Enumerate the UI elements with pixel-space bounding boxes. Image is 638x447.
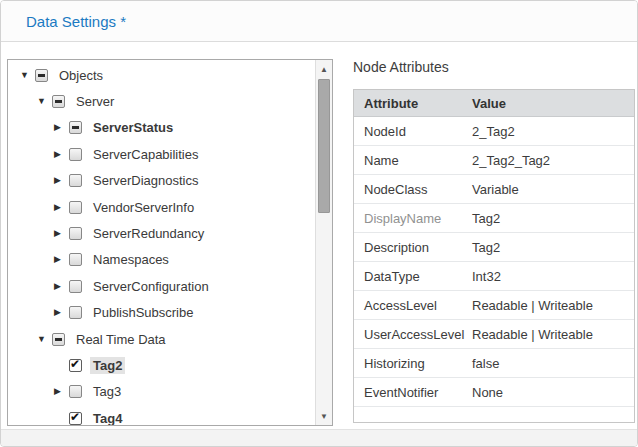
expander-icon[interactable]: ▶ <box>54 387 69 396</box>
tree-item-label: ServerCapabilities <box>90 146 202 163</box>
value-cell: 2_Tag2 <box>472 124 634 139</box>
value-cell: Readable | Writeable <box>472 327 634 342</box>
dialog-title: Data Settings * <box>26 13 126 30</box>
table-row[interactable]: Name 2_Tag2_Tag2 <box>354 146 634 175</box>
tree-checkbox[interactable] <box>69 174 82 187</box>
tree-checkbox[interactable] <box>69 253 82 266</box>
attribute-cell: Description <box>354 240 472 255</box>
attribute-cell: Name <box>354 153 472 168</box>
expander-icon[interactable]: ▶ <box>54 176 69 185</box>
tree-checkbox[interactable] <box>35 69 48 82</box>
tree-item[interactable]: ▶ ServerRedundancy <box>8 220 315 246</box>
tree-item-label: Real Time Data <box>73 331 169 348</box>
expander-icon[interactable]: ▶ <box>54 203 69 212</box>
dialog-titlebar: Data Settings * <box>1 1 637 42</box>
scroll-down-button[interactable]: ▼ <box>316 408 332 424</box>
dialog-footer <box>1 429 637 446</box>
tree-checkbox[interactable] <box>52 95 65 108</box>
tree-item[interactable]: ▶ Tag3 <box>8 379 315 405</box>
tree-checkbox[interactable] <box>69 280 82 293</box>
table-row[interactable]: NodeId 2_Tag2 <box>354 117 634 146</box>
table-header-row: Attribute Value <box>354 90 634 117</box>
attribute-cell: UserAccessLevel <box>354 327 472 342</box>
table-row[interactable]: DisplayName Tag2 <box>354 204 634 233</box>
object-tree-panel: ▼ Objects ▼ Server ▶ ServerStatus ▶ Serv… <box>7 59 333 426</box>
tree-item[interactable]: ▶ ServerCapabilities <box>8 141 315 167</box>
tree-item-label: ServerDiagnostics <box>90 172 202 189</box>
attribute-cell: EventNotifier <box>354 385 472 400</box>
tree-checkbox[interactable] <box>69 412 82 425</box>
table-body: NodeId 2_Tag2 Name 2_Tag2_Tag2 NodeClass… <box>354 117 634 407</box>
tree-item-label: Tag2 <box>90 357 125 374</box>
tree-item-label: Tag4 <box>90 410 125 425</box>
table-row[interactable]: UserAccessLevel Readable | Writeable <box>354 320 634 349</box>
value-cell: false <box>472 356 634 371</box>
value-cell: Readable | Writeable <box>472 298 634 313</box>
tree-item-label: VendorServerInfo <box>90 199 197 216</box>
table-row[interactable]: Description Tag2 <box>354 233 634 262</box>
tree-scrollbar[interactable]: ▲ ▼ <box>315 60 332 425</box>
tree-checkbox[interactable] <box>69 385 82 398</box>
tree-item-label: Namespaces <box>90 251 172 268</box>
tree-checkbox[interactable] <box>69 306 82 319</box>
tree-item-label: ServerRedundancy <box>90 225 207 242</box>
value-cell: Tag2 <box>472 240 634 255</box>
scroll-up-icon: ▲ <box>320 65 328 74</box>
value-cell: 2_Tag2_Tag2 <box>472 153 634 168</box>
scrollbar-thumb[interactable] <box>318 79 330 213</box>
tree-item-label: PublishSubscribe <box>90 304 196 321</box>
table-row[interactable]: NodeClass Variable <box>354 175 634 204</box>
attribute-cell: Historizing <box>354 356 472 371</box>
tree-item[interactable]: ▶ Namespaces <box>8 247 315 273</box>
tree-item-label: Objects <box>56 67 106 84</box>
column-header-value: Value <box>472 96 634 111</box>
table-row[interactable]: Historizing false <box>354 349 634 378</box>
tree-item[interactable]: ▶ ServerStatus <box>8 115 315 141</box>
value-cell: Variable <box>472 182 634 197</box>
expander-icon[interactable]: ▶ <box>54 255 69 264</box>
data-settings-dialog: Data Settings * ▼ Objects ▼ Server ▶ Ser… <box>0 0 638 447</box>
tree-item-label: ServerConfiguration <box>90 278 212 295</box>
tree-checkbox[interactable] <box>69 121 82 134</box>
tree-item[interactable]: Tag4 <box>8 405 315 425</box>
node-attributes-table: Attribute Value NodeId 2_Tag2 Name 2_Tag… <box>353 89 635 423</box>
expander-icon[interactable]: ▼ <box>37 97 52 106</box>
attribute-cell: AccessLevel <box>354 298 472 313</box>
tree-item[interactable]: ▼ Objects <box>8 62 315 88</box>
tree-item-label: Tag3 <box>90 383 124 400</box>
attribute-cell: NodeClass <box>354 182 472 197</box>
value-cell: None <box>472 385 634 400</box>
table-row[interactable]: AccessLevel Readable | Writeable <box>354 291 634 320</box>
tree-item[interactable]: ▶ VendorServerInfo <box>8 194 315 220</box>
object-tree: ▼ Objects ▼ Server ▶ ServerStatus ▶ Serv… <box>8 60 315 425</box>
tree-item[interactable]: ▶ PublishSubscribe <box>8 300 315 326</box>
attribute-cell: DisplayName <box>354 211 472 226</box>
tree-item[interactable]: ▶ ServerConfiguration <box>8 273 315 299</box>
tree-checkbox[interactable] <box>69 201 82 214</box>
expander-icon[interactable]: ▼ <box>20 71 35 80</box>
value-cell: Tag2 <box>472 211 634 226</box>
tree-item[interactable]: Tag2 <box>8 352 315 378</box>
tree-checkbox[interactable] <box>69 359 82 372</box>
tree-item[interactable]: ▼ Real Time Data <box>8 326 315 352</box>
expander-icon[interactable]: ▶ <box>54 150 69 159</box>
node-attributes-title: Node Attributes <box>353 59 449 75</box>
attribute-cell: DataType <box>354 269 472 284</box>
tree-checkbox[interactable] <box>69 227 82 240</box>
tree-item[interactable]: ▼ Server <box>8 88 315 114</box>
expander-icon[interactable]: ▶ <box>54 229 69 238</box>
tree-item-label: Server <box>73 93 117 110</box>
table-row[interactable]: EventNotifier None <box>354 378 634 407</box>
tree-item-label: ServerStatus <box>90 119 176 136</box>
expander-icon[interactable]: ▶ <box>54 308 69 317</box>
column-header-attribute: Attribute <box>354 96 472 111</box>
tree-checkbox[interactable] <box>52 333 65 346</box>
expander-icon[interactable]: ▶ <box>54 123 69 132</box>
table-row[interactable]: DataType Int32 <box>354 262 634 291</box>
attribute-cell: NodeId <box>354 124 472 139</box>
expander-icon[interactable]: ▶ <box>54 282 69 291</box>
scroll-up-button[interactable]: ▲ <box>316 61 332 77</box>
expander-icon[interactable]: ▼ <box>37 335 52 344</box>
tree-item[interactable]: ▶ ServerDiagnostics <box>8 168 315 194</box>
tree-checkbox[interactable] <box>69 148 82 161</box>
